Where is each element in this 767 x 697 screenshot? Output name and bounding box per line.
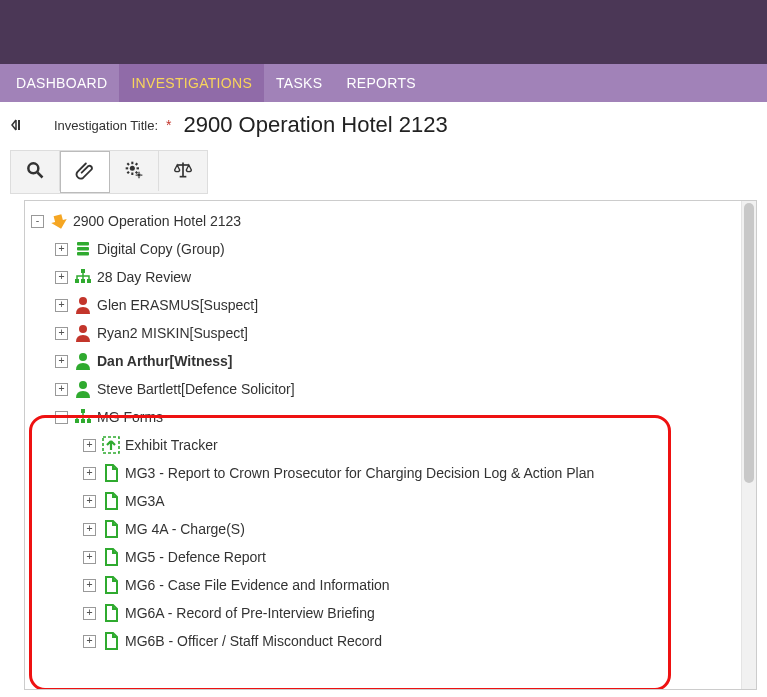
tree-node[interactable]: + MG 4A - Charge(S) — [31, 515, 756, 543]
tree-expander[interactable]: + — [83, 551, 96, 564]
required-mark: * — [166, 117, 171, 133]
nav-reports[interactable]: REPORTS — [334, 64, 428, 102]
investigation-tree: - 2900 Operation Hotel 2123 + Digital Co… — [25, 201, 756, 661]
tree-node[interactable]: - MG Forms — [31, 403, 756, 431]
tree-expander[interactable]: + — [83, 635, 96, 648]
tree-node[interactable]: + MG6B - Officer / Staff Misconduct Reco… — [31, 627, 756, 655]
svg-point-12 — [137, 173, 141, 177]
tree-expander[interactable]: - — [55, 411, 68, 424]
nav-tasks[interactable]: TASKS — [264, 64, 334, 102]
document-icon — [100, 575, 122, 595]
tree-expander[interactable]: + — [83, 523, 96, 536]
app-header — [0, 0, 767, 64]
root-arrow-icon — [48, 211, 70, 231]
search-icon — [25, 160, 45, 183]
tree-expander[interactable]: + — [55, 355, 68, 368]
title-row: Investigation Title: * 2900 Operation Ho… — [0, 102, 767, 146]
tree-node[interactable]: + MG5 - Defence Report — [31, 543, 756, 571]
svg-line-10 — [127, 171, 129, 173]
tree-node-label: MG5 - Defence Report — [125, 549, 266, 565]
tree-expander[interactable]: + — [83, 579, 96, 592]
tree-node[interactable]: + Steve Bartlett[Defence Solicitor] — [31, 375, 756, 403]
nav-investigations[interactable]: INVESTIGATIONS — [119, 64, 264, 102]
tree-node[interactable]: + Digital Copy (Group) — [31, 235, 756, 263]
svg-point-28 — [79, 325, 87, 333]
tree-node-label: MG Forms — [97, 409, 163, 425]
legal-button[interactable] — [159, 151, 207, 191]
scales-icon — [173, 160, 193, 183]
tree-node-label: Glen ERASMUS[Suspect] — [97, 297, 258, 313]
document-icon — [100, 519, 122, 539]
svg-rect-22 — [77, 252, 89, 256]
svg-rect-31 — [81, 409, 85, 413]
panel-collapse-icon[interactable] — [10, 118, 24, 132]
svg-point-3 — [130, 165, 135, 170]
person-icon — [72, 379, 94, 399]
person-icon — [72, 323, 94, 343]
svg-rect-25 — [81, 279, 85, 283]
tree-expander[interactable]: - — [31, 215, 44, 228]
tree-node[interactable]: + MG3A — [31, 487, 756, 515]
tree-expander[interactable]: + — [83, 607, 96, 620]
svg-rect-32 — [75, 419, 79, 423]
tree-node[interactable]: + MG3 - Report to Crown Prosecutor for C… — [31, 459, 756, 487]
svg-line-8 — [127, 163, 129, 165]
upload-icon — [100, 435, 122, 455]
main-nav: DASHBOARD INVESTIGATIONS TASKS REPORTS — [0, 64, 767, 102]
search-button[interactable] — [11, 151, 60, 191]
tree-expander[interactable]: + — [83, 467, 96, 480]
tree-node-label: MG3 - Report to Crown Prosecutor for Cha… — [125, 465, 594, 481]
svg-line-9 — [136, 171, 138, 173]
tree-node[interactable]: + Exhibit Tracker — [31, 431, 756, 459]
tree-node-label: MG6B - Officer / Staff Misconduct Record — [125, 633, 382, 649]
tree-node[interactable]: + 28 Day Review — [31, 263, 756, 291]
tree-node[interactable]: + Glen ERASMUS[Suspect] — [31, 291, 756, 319]
svg-line-11 — [136, 163, 138, 165]
title-label: Investigation Title: — [54, 118, 158, 133]
svg-point-1 — [28, 163, 38, 173]
tree-expander[interactable]: + — [83, 439, 96, 452]
svg-line-2 — [38, 172, 43, 177]
tree-expander[interactable]: + — [55, 243, 68, 256]
document-icon — [100, 631, 122, 651]
svg-rect-24 — [75, 279, 79, 283]
tree-node-label: Steve Bartlett[Defence Solicitor] — [97, 381, 295, 397]
gear-icon — [124, 160, 144, 183]
tree-node-label: 28 Day Review — [97, 269, 191, 285]
stack-icon — [72, 239, 94, 259]
tree-scrollbar[interactable] — [741, 201, 756, 689]
tree-node[interactable]: + MG6 - Case File Evidence and Informati… — [31, 571, 756, 599]
svg-rect-0 — [18, 120, 20, 130]
tree-node-label: MG6 - Case File Evidence and Information — [125, 577, 390, 593]
tree-node-label: Dan Arthur[Witness] — [97, 353, 232, 369]
tree-expander[interactable]: + — [55, 299, 68, 312]
tree-expander[interactable]: + — [55, 327, 68, 340]
tree-node[interactable]: + MG6A - Record of Pre-Interview Briefin… — [31, 599, 756, 627]
tree-scrollbar-thumb[interactable] — [744, 203, 754, 483]
settings-button[interactable] — [110, 151, 159, 191]
tree-node[interactable]: + Dan Arthur[Witness] — [31, 347, 756, 375]
tree-node-label: 2900 Operation Hotel 2123 — [73, 213, 241, 229]
svg-rect-23 — [81, 269, 85, 273]
investigation-title: 2900 Operation Hotel 2123 — [180, 112, 448, 138]
svg-rect-20 — [77, 242, 89, 246]
tree-node-label: Digital Copy (Group) — [97, 241, 225, 257]
svg-rect-26 — [87, 279, 91, 283]
person-icon — [72, 295, 94, 315]
document-icon — [100, 491, 122, 511]
svg-rect-33 — [81, 419, 85, 423]
tree-node[interactable]: + Ryan2 MISKIN[Suspect] — [31, 319, 756, 347]
tree-expander[interactable]: + — [83, 495, 96, 508]
svg-point-30 — [79, 381, 87, 389]
tree-node-label: Exhibit Tracker — [125, 437, 218, 453]
tree-expander[interactable]: + — [55, 383, 68, 396]
tree-node-label: Ryan2 MISKIN[Suspect] — [97, 325, 248, 341]
attachments-button[interactable] — [60, 151, 110, 193]
tree-expander[interactable]: + — [55, 271, 68, 284]
hierarchy-icon — [72, 267, 94, 287]
tree-node-label: MG3A — [125, 493, 165, 509]
hierarchy-icon — [72, 407, 94, 427]
svg-point-29 — [79, 353, 87, 361]
tree-node[interactable]: - 2900 Operation Hotel 2123 — [31, 207, 756, 235]
nav-dashboard[interactable]: DASHBOARD — [4, 64, 119, 102]
